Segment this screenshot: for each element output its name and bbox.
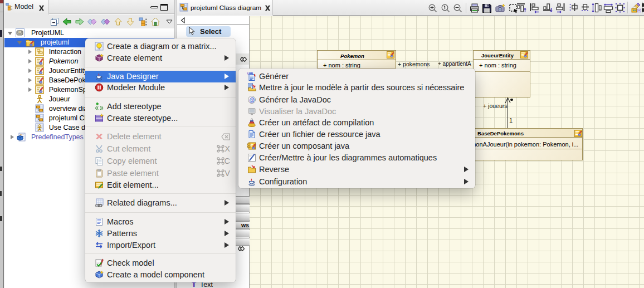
svg-text:@: @ bbox=[249, 96, 255, 102]
